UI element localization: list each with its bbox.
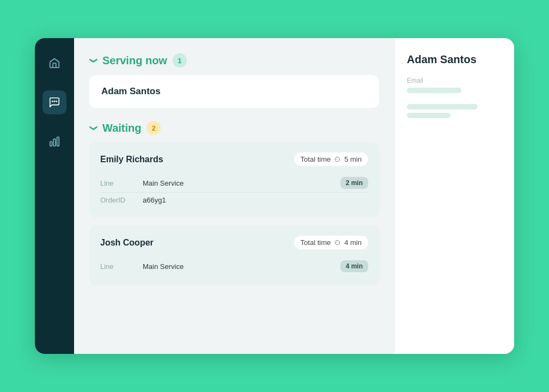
serving-card[interactable]: Adam Santos bbox=[89, 75, 379, 108]
card-top-josh: Josh Cooper Total time ⏲ 4 min bbox=[100, 236, 368, 249]
waiting-card-emily[interactable]: Emily Richards Total time ⏲ 5 min Line M… bbox=[89, 143, 379, 217]
svg-rect-3 bbox=[50, 142, 52, 146]
josh-total-time-value: 4 min bbox=[344, 238, 362, 247]
svg-rect-5 bbox=[57, 137, 59, 146]
right-panel-email-label: Email bbox=[407, 77, 502, 84]
serving-customer-name: Adam Santos bbox=[101, 86, 161, 96]
svg-point-0 bbox=[54, 101, 56, 102]
emily-orderid-label: OrderID bbox=[100, 196, 138, 204]
josh-name: Josh Cooper bbox=[100, 238, 154, 248]
waiting-chevron[interactable]: ❮ bbox=[88, 125, 97, 131]
sidebar bbox=[35, 38, 74, 354]
emily-line-value: Main Service bbox=[138, 179, 340, 187]
svg-point-1 bbox=[52, 101, 53, 102]
waiting-title: Waiting bbox=[102, 122, 141, 134]
svg-rect-4 bbox=[53, 139, 56, 146]
josh-line-value: Main Service bbox=[138, 262, 340, 271]
svg-point-2 bbox=[56, 101, 57, 102]
josh-total-time-label: Total time bbox=[301, 238, 331, 247]
emily-line-time: 2 min bbox=[340, 177, 368, 189]
serving-now-title: Serving now bbox=[102, 54, 167, 67]
sidebar-item-home[interactable] bbox=[42, 51, 66, 75]
emily-line-label: Line bbox=[100, 179, 138, 187]
right-panel-email-bar bbox=[407, 88, 461, 93]
josh-line-row: Line Main Service 4 min bbox=[100, 257, 368, 275]
right-panel-bar-2 bbox=[407, 113, 450, 118]
right-panel-bar-1 bbox=[407, 104, 478, 109]
card-top-emily: Emily Richards Total time ⏲ 5 min bbox=[100, 152, 368, 166]
serving-now-chevron[interactable]: ❮ bbox=[88, 57, 97, 64]
sidebar-item-queue[interactable] bbox=[42, 90, 66, 114]
waiting-header: ❮ Waiting 2 bbox=[89, 121, 379, 135]
serving-now-header: ❮ Serving now 1 bbox=[89, 53, 379, 68]
emily-total-time-label: Total time bbox=[301, 155, 331, 163]
emily-total-time-value: 5 min bbox=[344, 155, 362, 163]
main-content: ❮ Serving now 1 Adam Santos ❮ Waiting 2 … bbox=[74, 38, 394, 354]
josh-line-time: 4 min bbox=[340, 260, 368, 272]
clock-icon-josh: ⏲ bbox=[334, 238, 341, 247]
emily-name: Emily Richards bbox=[100, 155, 163, 164]
waiting-badge: 2 bbox=[147, 121, 161, 135]
right-panel-customer-name: Adam Santos bbox=[407, 53, 502, 66]
emily-total-time-badge: Total time ⏲ 5 min bbox=[294, 152, 368, 166]
emily-orderid-value: a66yg1 bbox=[138, 196, 368, 204]
emily-orderid-row: OrderID a66yg1 bbox=[100, 192, 368, 207]
josh-line-label: Line bbox=[100, 262, 138, 271]
right-panel: Adam Santos Email bbox=[394, 38, 514, 354]
josh-total-time-badge: Total time ⏲ 4 min bbox=[294, 236, 368, 249]
clock-icon-emily: ⏲ bbox=[334, 155, 341, 163]
emily-line-row: Line Main Service 2 min bbox=[100, 174, 368, 192]
sidebar-item-analytics[interactable] bbox=[42, 130, 66, 154]
serving-now-badge: 1 bbox=[173, 53, 187, 68]
waiting-card-josh[interactable]: Josh Cooper Total time ⏲ 4 min Line Main… bbox=[89, 226, 379, 285]
